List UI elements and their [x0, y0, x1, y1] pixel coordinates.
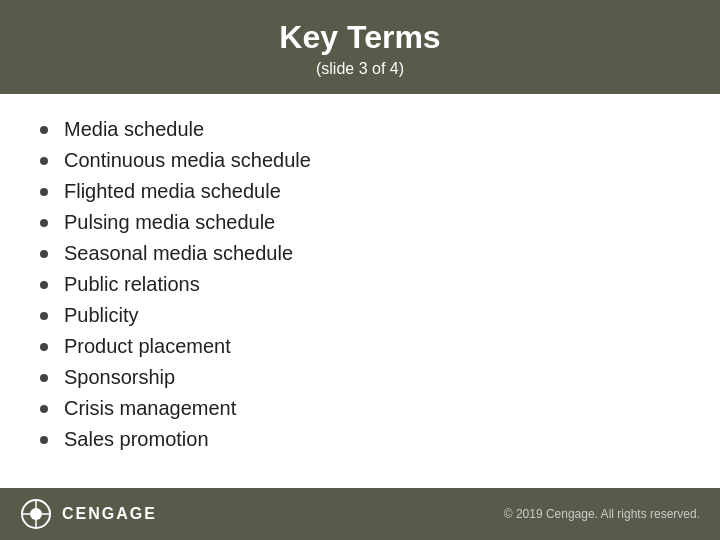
cengage-logo-icon [20, 498, 52, 530]
list-item-text: Sponsorship [64, 366, 175, 389]
slide-footer: CENGAGE © 2019 Cengage. All rights reser… [0, 488, 720, 540]
bullet-dot-icon [40, 126, 48, 134]
list-item-text: Pulsing media schedule [64, 211, 275, 234]
list-item-text: Public relations [64, 273, 200, 296]
list-item-text: Crisis management [64, 397, 236, 420]
list-item: Public relations [40, 269, 680, 300]
bullet-dot-icon [40, 405, 48, 413]
list-item-text: Seasonal media schedule [64, 242, 293, 265]
list-item-text: Flighted media schedule [64, 180, 281, 203]
cengage-logo: CENGAGE [20, 498, 157, 530]
list-item: Publicity [40, 300, 680, 331]
list-item-text: Sales promotion [64, 428, 209, 451]
list-item-text: Continuous media schedule [64, 149, 311, 172]
list-item: Product placement [40, 331, 680, 362]
list-item-text: Product placement [64, 335, 231, 358]
list-item: Sponsorship [40, 362, 680, 393]
bullet-dot-icon [40, 157, 48, 165]
bullet-dot-icon [40, 219, 48, 227]
slide-subtitle: (slide 3 of 4) [20, 60, 700, 78]
list-item: Continuous media schedule [40, 145, 680, 176]
list-item: Pulsing media schedule [40, 207, 680, 238]
list-item-text: Media schedule [64, 118, 204, 141]
list-item: Sales promotion [40, 424, 680, 455]
list-item: Crisis management [40, 393, 680, 424]
bullet-dot-icon [40, 250, 48, 258]
bullet-dot-icon [40, 188, 48, 196]
list-item: Seasonal media schedule [40, 238, 680, 269]
slide-header: Key Terms (slide 3 of 4) [0, 0, 720, 94]
cengage-logo-text: CENGAGE [62, 505, 157, 523]
slide-content: Media scheduleContinuous media scheduleF… [0, 94, 720, 488]
bullet-dot-icon [40, 374, 48, 382]
bullet-dot-icon [40, 281, 48, 289]
key-terms-list: Media scheduleContinuous media scheduleF… [40, 114, 680, 455]
list-item: Media schedule [40, 114, 680, 145]
bullet-dot-icon [40, 343, 48, 351]
footer-copyright: © 2019 Cengage. All rights reserved. [504, 507, 700, 521]
list-item-text: Publicity [64, 304, 138, 327]
bullet-dot-icon [40, 436, 48, 444]
bullet-dot-icon [40, 312, 48, 320]
slide-title: Key Terms [20, 18, 700, 56]
list-item: Flighted media schedule [40, 176, 680, 207]
